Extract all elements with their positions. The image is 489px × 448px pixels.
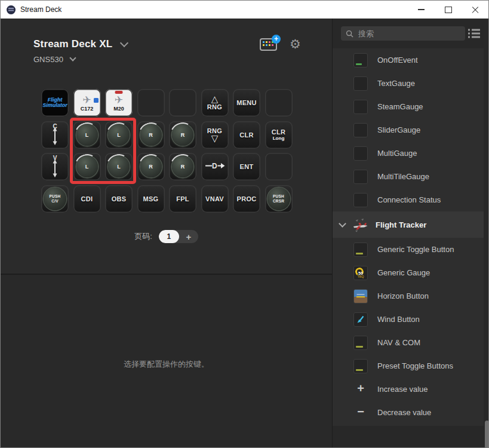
action-item-onoffevent[interactable]: OnOffEvent <box>333 48 484 72</box>
deck-key-menu[interactable]: MENU <box>233 89 260 116</box>
search-input[interactable] <box>357 29 460 39</box>
action-item-textgauge[interactable]: TextGauge <box>333 72 484 95</box>
action-item-generic-toggle-button[interactable]: Generic Toggle Button <box>333 238 484 261</box>
category-flight-tracker[interactable]: Flight Tracker <box>333 211 484 238</box>
list-view-icon[interactable] <box>468 29 480 38</box>
deck-key-empty[interactable] <box>169 89 196 116</box>
stream-deck-app-icon <box>7 5 16 14</box>
action-list: OnOffEventTextGaugeSteamGaugeSliderGauge… <box>333 48 484 426</box>
chevron-down-icon[interactable] <box>120 38 128 47</box>
action-item-decrease-value[interactable]: Decrease value <box>333 401 484 424</box>
chevron-down-icon[interactable] <box>69 54 76 61</box>
action-item-slidergauge[interactable]: SliderGauge <box>333 118 484 142</box>
deck-key-clr[interactable]: CLR <box>233 121 260 149</box>
profile-name: GNS530 <box>33 55 63 64</box>
profile-selector[interactable]: GNS530 <box>33 55 75 64</box>
deck-key-d[interactable]: D <box>201 153 229 180</box>
key-label: VNAV <box>205 195 224 202</box>
add-page-label: + <box>186 232 191 242</box>
device-keys-dots <box>263 41 265 43</box>
deck-key-m20[interactable]: ✈M20 <box>105 89 133 116</box>
deck-key-rng[interactable]: △RNG <box>201 89 229 116</box>
deck-key-msg[interactable]: MSG <box>137 185 165 213</box>
deck-key-push-crsr[interactable]: PUSHCRSR <box>265 185 293 213</box>
deck-key-flight-simulator[interactable]: FlightSimulator <box>41 89 69 116</box>
horizon-icon <box>353 289 368 303</box>
deck-key-r[interactable]: R <box>137 121 165 149</box>
app-window: Stream Deck Stream Deck XL GNS530 Flight… <box>0 0 489 448</box>
deck-key-fpl[interactable]: FPL <box>169 185 196 213</box>
blank-tile-icon <box>353 76 368 91</box>
key-label: OBS <box>112 195 127 202</box>
action-item-nav-com[interactable]: NAV & COM <box>333 331 484 354</box>
knob-icon: R <box>140 156 162 177</box>
action-item-horizon-button[interactable]: Horizon Button <box>333 284 484 308</box>
deck-key-clr-long[interactable]: CLRLong <box>265 121 293 149</box>
action-item-multigauge[interactable]: MultiGauge <box>333 142 484 165</box>
search-box[interactable] <box>341 26 465 41</box>
deck-key-l[interactable]: L <box>73 121 101 149</box>
key-label: CDI <box>81 195 93 202</box>
knob-ring <box>137 153 165 180</box>
device-selector[interactable]: Stream Deck XL <box>33 38 127 50</box>
deck-key-rng[interactable]: RNG▽ <box>201 121 229 149</box>
action-label: Flight Tracker <box>376 220 426 229</box>
action-item-connection-status[interactable]: Connection Status <box>333 188 484 211</box>
deck-key-r[interactable]: R <box>169 121 196 149</box>
push-knob-label: CRSR <box>273 199 284 204</box>
deck-key-l[interactable]: L <box>105 153 133 180</box>
deck-key-proc[interactable]: PROC <box>233 185 260 213</box>
action-item-preset-toggle-buttons[interactable]: Preset Toggle Buttons <box>333 354 484 378</box>
direct-to-icon: D <box>205 161 225 173</box>
deck-key-empty[interactable] <box>265 153 293 180</box>
triangle-down-icon: ▽ <box>211 134 219 143</box>
action-label: Preset Toggle Buttons <box>377 361 453 370</box>
knob-icon: L <box>108 124 130 146</box>
knob-ring <box>169 121 196 149</box>
airplane-icon <box>353 217 368 232</box>
push-knob-label: C/V <box>51 199 58 204</box>
deck-key-empty[interactable] <box>265 89 293 116</box>
search-icon <box>346 30 353 38</box>
maximize-button[interactable] <box>435 1 462 19</box>
add-device-icon[interactable] <box>260 38 277 51</box>
deck-key-vnav[interactable]: VNAV <box>201 185 229 213</box>
deck-key-obs[interactable]: OBS <box>105 185 133 213</box>
deck-key-r[interactable]: R <box>137 153 165 180</box>
minimize-button[interactable] <box>408 1 435 19</box>
deck-key-cdi[interactable]: CDI <box>73 185 101 213</box>
deck-key-l[interactable]: L <box>73 153 101 180</box>
action-item-wind-button[interactable]: Wind Button <box>333 308 484 331</box>
action-label: SliderGauge <box>377 125 420 134</box>
knob-ring <box>73 121 101 149</box>
deck-key-c172[interactable]: ✈C172 <box>73 89 101 116</box>
current-page-button[interactable]: 1 <box>159 230 179 243</box>
close-button[interactable] <box>462 1 488 19</box>
device-panel: Stream Deck XL GNS530 FlightSimulator✈C1… <box>1 19 332 448</box>
knob-icon: L <box>76 156 98 177</box>
action-label: Decrease value <box>377 408 431 417</box>
add-page-button[interactable]: + <box>179 230 198 243</box>
deck-key-v[interactable]: V <box>41 153 69 180</box>
deck-key-r[interactable]: R <box>169 153 196 180</box>
action-item-multitilegauge[interactable]: MultiTileGauge <box>333 165 484 188</box>
scrollbar-thumb[interactable] <box>485 421 489 448</box>
chevron-down-icon[interactable] <box>339 220 346 228</box>
settings-gear-icon[interactable] <box>290 38 303 51</box>
deck-key-empty[interactable] <box>137 89 165 116</box>
deck-key-c[interactable]: C <box>41 121 69 149</box>
wind-icon <box>353 312 368 327</box>
deck-key-push-c-v[interactable]: PUSHC/V <box>41 185 69 213</box>
blank-tile-icon <box>353 100 368 114</box>
key-label: CLR <box>272 128 286 136</box>
key-label: FPL <box>176 195 189 202</box>
action-item-generic-gauge[interactable]: 50TRQGeneric Gauge <box>333 261 484 284</box>
deck-key-ent[interactable]: ENT <box>233 153 260 180</box>
toggle-icon <box>353 243 368 257</box>
action-item-increase-value[interactable]: Increase value <box>333 378 484 401</box>
key-sublabel: Long <box>273 136 285 141</box>
action-item-steamgauge[interactable]: SteamGauge <box>333 95 484 118</box>
deck-key-l[interactable]: L <box>105 121 133 149</box>
device-name: Stream Deck XL <box>33 38 112 50</box>
plus-icon <box>353 382 368 397</box>
